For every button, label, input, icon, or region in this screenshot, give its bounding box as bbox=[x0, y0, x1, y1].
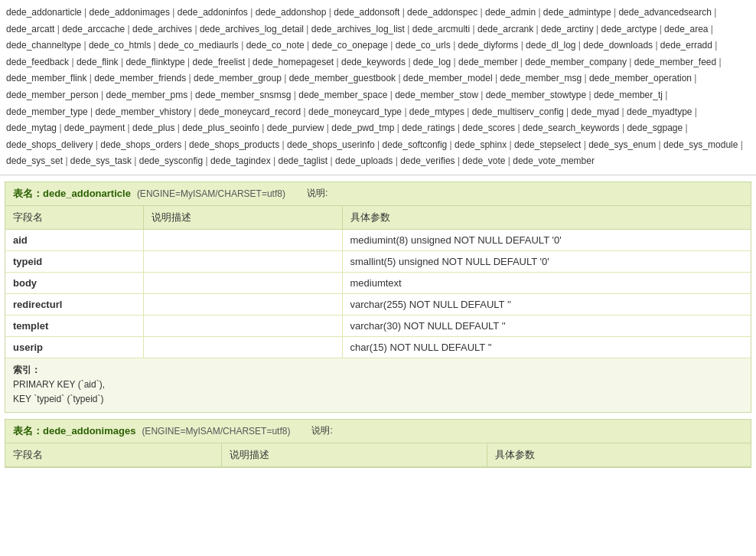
nav-link-dede_multiserv_config[interactable]: dede_multiserv_config bbox=[472, 106, 564, 117]
nav-link-dede_addonimages[interactable]: dede_addonimages bbox=[90, 7, 170, 18]
nav-separator: | bbox=[304, 24, 311, 34]
nav-link-dede_sysconfig[interactable]: dede_sysconfig bbox=[139, 155, 203, 166]
nav-link-dede_co_note[interactable]: dede_co_note bbox=[246, 40, 305, 51]
nav-separator: | bbox=[683, 123, 687, 133]
nav-link-dede_diyforms[interactable]: dede_diyforms bbox=[458, 40, 519, 51]
nav-link-dede_shops_orders[interactable]: dede_shops_orders bbox=[100, 139, 181, 150]
nav-link-dede_purview[interactable]: dede_purview bbox=[267, 123, 324, 133]
nav-link-dede_feedback[interactable]: dede_feedback bbox=[6, 57, 69, 67]
nav-link-dede_ratings[interactable]: dede_ratings bbox=[402, 123, 455, 133]
nav-link-dede_arctype[interactable]: dede_arctype bbox=[601, 24, 657, 34]
table-comment-label: 说明: bbox=[307, 187, 327, 200]
nav-link-dede_member_stowtype[interactable]: dede_member_stowtype bbox=[486, 90, 586, 100]
nav-separator: | bbox=[192, 24, 200, 34]
nav-link-dede_flink[interactable]: dede_flink bbox=[77, 57, 119, 67]
nav-link-dede_addonspec[interactable]: dede_addonspec bbox=[407, 7, 477, 18]
nav-link-dede_member_tj[interactable]: dede_member_tj bbox=[594, 90, 663, 100]
nav-link-dede_shops_delivery[interactable]: dede_shops_delivery bbox=[6, 139, 93, 150]
nav-link-dede_member_person[interactable]: dede_member_person bbox=[6, 90, 99, 100]
nav-link-dede_addonsoft[interactable]: dede_addonsoft bbox=[334, 7, 399, 18]
nav-separator: | bbox=[119, 57, 126, 67]
nav-link-dede_sgpage[interactable]: dede_sgpage bbox=[627, 123, 683, 133]
nav-link-dede_freelist[interactable]: dede_freelist bbox=[193, 57, 246, 67]
nav-link-dede_member_company[interactable]: dede_member_company bbox=[525, 57, 627, 67]
nav-link-dede_addonarticle[interactable]: dede_addonarticle bbox=[6, 7, 82, 18]
nav-link-dede_member_friends[interactable]: dede_member_friends bbox=[94, 73, 186, 83]
nav-link-dede_co_urls[interactable]: dede_co_urls bbox=[396, 40, 451, 51]
nav-link-dede_member_pms[interactable]: dede_member_pms bbox=[106, 90, 188, 100]
nav-link-dede_moneycard_record[interactable]: dede_moneycard_record bbox=[199, 106, 301, 117]
nav-link-dede_co_mediaurls[interactable]: dede_co_mediaurls bbox=[158, 40, 239, 51]
nav-link-dede_member_space[interactable]: dede_member_space bbox=[298, 90, 387, 100]
nav-link-dede_arcmulti[interactable]: dede_arcmulti bbox=[412, 24, 470, 34]
nav-link-dede_member_stow[interactable]: dede_member_stow bbox=[395, 90, 478, 100]
nav-link-dede_arcatt[interactable]: dede_arcatt bbox=[6, 24, 54, 34]
nav-link-dede_archives_log_list[interactable]: dede_archives_log_list bbox=[311, 24, 405, 34]
nav-link-dede_member_vhistory[interactable]: dede_member_vhistory bbox=[96, 106, 191, 117]
nav-link-dede_moneycard_type[interactable]: dede_moneycard_type bbox=[308, 106, 402, 117]
nav-link-dede_co_htmls[interactable]: dede_co_htmls bbox=[89, 40, 151, 51]
nav-separator: | bbox=[477, 7, 485, 18]
nav-link-dede_member_model[interactable]: dede_member_model bbox=[403, 73, 493, 83]
nav-link-dede_search_keywords[interactable]: dede_search_keywords bbox=[523, 123, 620, 133]
nav-link-dede_mytag[interactable]: dede_mytag bbox=[6, 123, 57, 133]
nav-link-dede_member_feed[interactable]: dede_member_feed bbox=[634, 57, 716, 67]
nav-link-dede_advancedsearch[interactable]: dede_advancedsearch bbox=[618, 7, 711, 18]
nav-link-dede_sys_module[interactable]: dede_sys_module bbox=[663, 139, 738, 150]
nav-link-dede_addonshop[interactable]: dede_addonshop bbox=[256, 7, 327, 18]
nav-link-dede_arccache[interactable]: dede_arccache bbox=[62, 24, 125, 34]
nav-link-dede_erradd[interactable]: dede_erradd bbox=[660, 40, 712, 51]
nav-link-dede_arctiny[interactable]: dede_arctiny bbox=[541, 24, 594, 34]
nav-link-dede_taglist[interactable]: dede_taglist bbox=[278, 155, 327, 166]
field-params-cell: mediumtext bbox=[342, 272, 751, 293]
nav-link-dede_homepageset[interactable]: dede_homepageset bbox=[253, 57, 334, 67]
nav-link-dede_downloads[interactable]: dede_downloads bbox=[583, 40, 653, 51]
nav-link-dede_uploads[interactable]: dede_uploads bbox=[335, 155, 393, 166]
nav-link-dede_area[interactable]: dede_area bbox=[664, 24, 708, 34]
nav-link-dede_member_msg[interactable]: dede_member_msg bbox=[500, 73, 582, 83]
nav-link-dede_softconfig[interactable]: dede_softconfig bbox=[383, 139, 448, 150]
nav-link-dede_tagindex[interactable]: dede_tagindex bbox=[210, 155, 271, 166]
nav-link-dede_archives_log_detail[interactable]: dede_archives_log_detail bbox=[200, 24, 304, 34]
field-desc-cell bbox=[143, 293, 342, 315]
nav-link-dede_shops_products[interactable]: dede_shops_products bbox=[189, 139, 279, 150]
nav-link-dede_stepselect[interactable]: dede_stepselect bbox=[514, 139, 581, 150]
nav-link-dede_admintype[interactable]: dede_admintype bbox=[543, 7, 611, 18]
nav-link-dede_sphinx[interactable]: dede_sphinx bbox=[455, 139, 507, 150]
nav-link-dede_log[interactable]: dede_log bbox=[413, 57, 451, 67]
nav-link-dede_vote_member[interactable]: dede_vote_member bbox=[513, 155, 595, 166]
nav-link-dede_arcrank[interactable]: dede_arcrank bbox=[477, 24, 533, 34]
nav-link-dede_channeltype[interactable]: dede_channeltype bbox=[6, 40, 81, 51]
nav-link-dede_myad[interactable]: dede_myad bbox=[572, 106, 620, 117]
nav-link-dede_sys_task[interactable]: dede_sys_task bbox=[70, 155, 132, 166]
nav-link-dede_flinktype[interactable]: dede_flinktype bbox=[125, 57, 184, 67]
nav-link-dede_payment[interactable]: dede_payment bbox=[64, 123, 125, 133]
nav-separator: | bbox=[455, 155, 463, 166]
nav-link-dede_member_guestbook[interactable]: dede_member_guestbook bbox=[289, 73, 396, 83]
nav-link-dede_shops_userinfo[interactable]: dede_shops_userinfo bbox=[287, 139, 375, 150]
nav-link-dede_sys_set[interactable]: dede_sys_set bbox=[6, 155, 63, 166]
nav-separator: | bbox=[334, 57, 341, 67]
nav-link-dede_mtypes[interactable]: dede_mtypes bbox=[409, 106, 464, 117]
nav-link-dede_member_type[interactable]: dede_member_type bbox=[6, 106, 88, 117]
nav-link-dede_member_operation[interactable]: dede_member_operation bbox=[589, 73, 692, 83]
nav-link-dede_sys_enum[interactable]: dede_sys_enum bbox=[588, 139, 656, 150]
nav-link-dede_pwd_tmp[interactable]: dede_pwd_tmp bbox=[331, 123, 394, 133]
nav-link-dede_verifies[interactable]: dede_verifies bbox=[400, 155, 455, 166]
nav-link-dede_addoninfos[interactable]: dede_addoninfos bbox=[178, 7, 248, 18]
nav-link-dede_co_onepage[interactable]: dede_co_onepage bbox=[312, 40, 388, 51]
nav-link-dede_dl_log[interactable]: dede_dl_log bbox=[526, 40, 575, 51]
nav-link-dede_member_group[interactable]: dede_member_group bbox=[194, 73, 282, 83]
nav-link-dede_keywords[interactable]: dede_keywords bbox=[341, 57, 406, 67]
nav-link-dede_plus_seoinfo[interactable]: dede_plus_seoinfo bbox=[182, 123, 259, 133]
nav-link-dede_archives[interactable]: dede_archives bbox=[132, 24, 192, 34]
table-comment-label: 说明: bbox=[311, 424, 332, 437]
nav-link-dede_plus[interactable]: dede_plus bbox=[132, 123, 174, 133]
nav-link-dede_member[interactable]: dede_member bbox=[458, 57, 517, 67]
nav-link-dede_vote[interactable]: dede_vote bbox=[462, 155, 505, 166]
nav-link-dede_myadtype[interactable]: dede_myadtype bbox=[627, 106, 692, 117]
nav-link-dede_member_snsmsg[interactable]: dede_member_snsmsg bbox=[195, 90, 291, 100]
nav-link-dede_member_flink[interactable]: dede_member_flink bbox=[6, 73, 86, 83]
nav-link-dede_scores[interactable]: dede_scores bbox=[462, 123, 515, 133]
nav-link-dede_admin[interactable]: dede_admin bbox=[485, 7, 536, 18]
